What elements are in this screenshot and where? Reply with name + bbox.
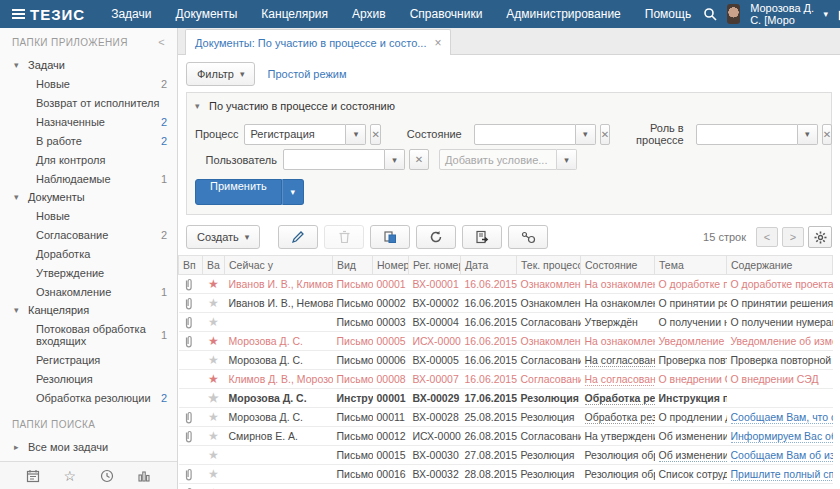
process-clear-button[interactable]: ✕ bbox=[370, 124, 380, 145]
column-header[interactable]: Номер bbox=[373, 256, 409, 275]
favorite-star-icon[interactable]: ★ bbox=[203, 427, 225, 446]
column-header[interactable]: Дата bbox=[461, 256, 517, 275]
state-input[interactable] bbox=[474, 124, 576, 145]
process-links-button[interactable] bbox=[508, 225, 548, 249]
menu-item[interactable]: Документы bbox=[163, 0, 249, 28]
statistics-chart-icon[interactable] bbox=[137, 469, 151, 483]
sidebar-folder-item[interactable]: Резолюция bbox=[0, 369, 177, 388]
create-button[interactable]: Создать ▾ bbox=[186, 225, 260, 249]
favorite-star-icon[interactable]: ★ bbox=[203, 294, 225, 313]
user-clear-button[interactable]: ✕ bbox=[409, 149, 429, 170]
column-header[interactable]: Вид bbox=[333, 256, 373, 275]
table-row[interactable]: ★Письмо00017ИСХ-0000528.08.2015Регистрац… bbox=[179, 484, 833, 489]
sidebar-folder-item[interactable]: Утверждение bbox=[0, 263, 177, 282]
tab-close-icon[interactable]: × bbox=[434, 36, 441, 50]
menu-item[interactable]: Справочники bbox=[398, 0, 495, 28]
user-dropdown-icon[interactable]: ▾ bbox=[385, 149, 405, 170]
favorite-star-icon[interactable]: ★ bbox=[203, 408, 225, 427]
sidebar-folder-item[interactable]: Доработка bbox=[0, 244, 177, 263]
table-row[interactable]: ★Морозова Д. С.Письмо00005ИСХ-0000116.06… bbox=[179, 332, 833, 351]
export-button[interactable] bbox=[462, 225, 502, 249]
table-settings-button[interactable] bbox=[808, 226, 832, 248]
table-row[interactable]: ★Климов Д. В., Морозова Д. СПисьмо00008В… bbox=[179, 370, 833, 389]
table-row[interactable]: ★Письмо00015ВХ-0003027.08.2015РезолюцияР… bbox=[179, 446, 833, 465]
add-condition-dropdown-icon[interactable]: ▾ bbox=[557, 149, 577, 170]
favorite-star-icon[interactable]: ★ bbox=[203, 465, 225, 484]
copy-button[interactable] bbox=[370, 225, 410, 249]
favorite-star-icon[interactable]: ★ bbox=[203, 370, 225, 389]
sidebar-folder-item[interactable]: В работе2 bbox=[0, 131, 177, 150]
sidebar-folder-item[interactable]: Наблюдаемые1 bbox=[0, 169, 177, 188]
column-header[interactable]: Сейчас у bbox=[225, 256, 333, 275]
favorite-star-icon[interactable]: ★ bbox=[203, 484, 225, 489]
search-icon[interactable] bbox=[703, 5, 717, 23]
recent-clock-icon[interactable] bbox=[100, 469, 114, 483]
filter-group-header[interactable]: ▾ По участию в процессе и состоянию bbox=[195, 98, 821, 119]
state-clear-button[interactable]: ✕ bbox=[600, 124, 610, 145]
table-row[interactable]: ★Морозова Д. С.Письмо00006ВХ-0000516.06.… bbox=[179, 351, 833, 370]
column-header[interactable]: Рег. номер bbox=[409, 256, 461, 275]
role-input[interactable] bbox=[696, 124, 798, 145]
column-header[interactable]: Вп bbox=[179, 256, 203, 275]
role-clear-button[interactable]: ✕ bbox=[822, 124, 832, 145]
menu-item[interactable]: Задачи bbox=[99, 0, 163, 28]
search-folder-item[interactable]: ▸Все мои задачи bbox=[0, 436, 177, 457]
sidebar-folder-item[interactable]: Регистрация bbox=[0, 350, 177, 369]
sidebar-folder-item[interactable]: Согласование2 bbox=[0, 225, 177, 244]
column-header[interactable]: Ва bbox=[203, 256, 225, 275]
table-row[interactable]: ★Морозова Д. С.Письмо00011ВХ-0002825.08.… bbox=[179, 408, 833, 427]
next-page-button[interactable]: > bbox=[782, 227, 804, 247]
favorite-star-icon[interactable]: ★ bbox=[203, 332, 225, 351]
apply-dropdown-icon[interactable]: ▾ bbox=[282, 179, 304, 205]
user-menu[interactable]: Морозова Д. С. [Моро ▾ bbox=[750, 2, 828, 26]
user-avatar[interactable] bbox=[727, 4, 740, 24]
role-dropdown-icon[interactable]: ▾ bbox=[798, 124, 818, 145]
content-cell[interactable]: Пришлите полный список со bbox=[727, 465, 833, 484]
state-dropdown-icon[interactable]: ▾ bbox=[576, 124, 596, 145]
folder-section[interactable]: ▾Документы bbox=[0, 188, 177, 206]
column-header[interactable]: Содержание bbox=[727, 256, 833, 275]
user-input[interactable] bbox=[283, 149, 385, 170]
filter-button[interactable]: Фильтр ▾ bbox=[186, 62, 255, 86]
sidebar-folder-item[interactable]: Ознакомление1 bbox=[0, 282, 177, 301]
column-header[interactable]: Состояние bbox=[581, 256, 655, 275]
calendar-icon[interactable] bbox=[26, 469, 40, 483]
folder-section[interactable]: ▾Канцелярия bbox=[0, 301, 177, 319]
delete-button[interactable] bbox=[324, 225, 364, 249]
simple-mode-link[interactable]: Простой режим bbox=[267, 68, 346, 80]
column-header[interactable]: Тема bbox=[655, 256, 727, 275]
favorite-star-icon[interactable]: ★ bbox=[203, 275, 225, 294]
folder-section[interactable]: ▾Задачи bbox=[0, 56, 177, 74]
table-row[interactable]: ★Смирнов Е. А.Письмо00012ИСХ-0000126.08.… bbox=[179, 427, 833, 446]
favorite-star-icon[interactable]: ★ bbox=[203, 351, 225, 370]
sidebar-collapse-button[interactable]: < bbox=[156, 36, 167, 48]
sidebar-folder-item[interactable]: Обработка резолюции2 bbox=[0, 388, 177, 407]
sidebar-folder-item[interactable]: Возврат от исполнителя bbox=[0, 93, 177, 112]
table-row[interactable]: ★Письмо00016ВХ-0003228.08.2015РезолюцияР… bbox=[179, 465, 833, 484]
table-row[interactable]: ★Иванов И. В., Немова Н. М.Письмо00002ВХ… bbox=[179, 294, 833, 313]
favorite-star-icon[interactable]: ★ bbox=[203, 446, 225, 465]
prev-page-button[interactable]: < bbox=[756, 227, 778, 247]
edit-button[interactable] bbox=[278, 225, 318, 249]
tab-documents-filter[interactable]: Документы: По участию в процессе и состо… bbox=[185, 29, 451, 55]
column-header[interactable]: Тек. процесс bbox=[517, 256, 581, 275]
table-row[interactable]: ★Письмо00003ВХ-0000416.06.2015Согласован… bbox=[179, 313, 833, 332]
menu-item[interactable]: Администрирование bbox=[494, 0, 632, 28]
process-dropdown-icon[interactable]: ▾ bbox=[346, 124, 366, 145]
content-cell[interactable]: Сообщаем Вам об изменени bbox=[727, 446, 833, 465]
menu-item[interactable]: Помощь bbox=[633, 0, 703, 28]
menu-item[interactable]: Архив bbox=[340, 0, 398, 28]
menu-item[interactable]: Канцелярия bbox=[249, 0, 340, 28]
table-row[interactable]: ★Иванов И. В., Климов Д. В.Письмо00001ВХ… bbox=[179, 275, 833, 294]
apply-button[interactable]: Применить bbox=[195, 179, 282, 205]
refresh-button[interactable] bbox=[416, 225, 456, 249]
sidebar-folder-item[interactable]: Назначенные2 bbox=[0, 112, 177, 131]
sidebar-folder-item[interactable]: Для контроля bbox=[0, 150, 177, 169]
content-cell[interactable]: Сообщаем Вам, что отноше bbox=[727, 408, 833, 427]
table-row[interactable]: ★Морозова Д. С.Инструк00001ВХ-0002917.06… bbox=[179, 389, 833, 408]
sidebar-folder-item[interactable]: Новые bbox=[0, 206, 177, 225]
content-cell[interactable]: Информируем Вас об измен bbox=[727, 427, 833, 446]
sidebar-folder-item[interactable]: Потоковая обработка входящих1 bbox=[0, 319, 177, 350]
favorite-star-icon[interactable]: ★ bbox=[203, 389, 225, 408]
add-condition-combo[interactable]: Добавить условие... ▾ bbox=[439, 149, 577, 170]
